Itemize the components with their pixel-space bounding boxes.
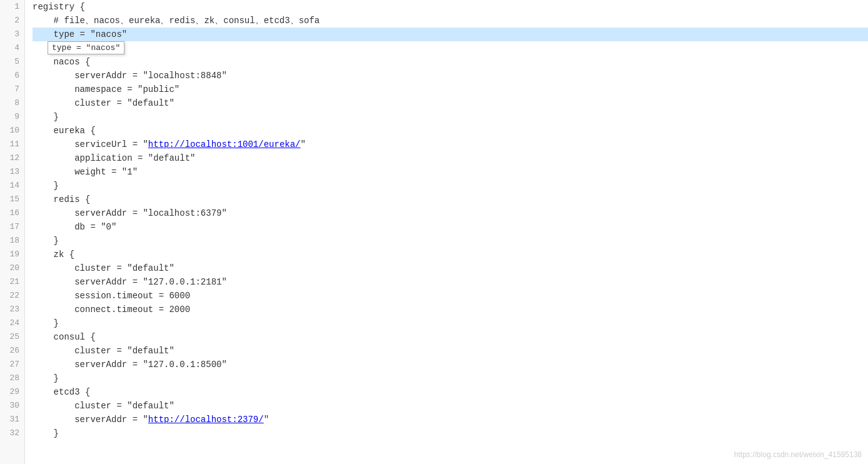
code-line-11[interactable]: serviceUrl = "http://localhost:1001/eure… [33,138,868,151]
line-numbers: 1234567891011121314151617181920212223242… [0,0,25,464]
code-text: cluster = "default" [33,263,174,273]
watermark: https://blog.csdn.net/weixin_41595138 [734,450,862,459]
link-http://localhost:2379/[interactable]: http://localhost:2379/ [148,415,264,425]
line-number-11: 11 [0,138,24,151]
code-line-7[interactable]: namespace = "public" [33,83,868,96]
code-text: # file、nacos、eureka、redis、zk、consul、etcd… [33,16,320,26]
code-line-13[interactable]: weight = "1" [33,165,868,179]
code-line-29[interactable]: etcd3 { [33,385,868,399]
line-number-16: 16 [0,206,24,220]
code-line-2[interactable]: # file、nacos、eureka、redis、zk、consul、etcd… [33,14,868,28]
line-number-9: 9 [0,110,24,124]
code-line-8[interactable]: cluster = "default" [33,96,868,110]
line-number-10: 10 [0,124,24,138]
code-text: cluster = "default" [33,401,174,411]
code-line-1[interactable]: registry { [33,0,868,14]
code-line-23[interactable]: connect.timeout = 2000 [33,303,868,316]
line-number-26: 26 [0,344,24,358]
code-text: " [300,139,305,149]
line-number-28: 28 [0,371,24,385]
code-line-18[interactable]: } [33,234,868,248]
code-line-5[interactable]: nacos { [33,55,868,69]
line-number-29: 29 [0,385,24,399]
line-number-13: 13 [0,165,24,179]
line-number-27: 27 [0,358,24,371]
link-http://localhost:1001/eureka/[interactable]: http://localhost:1001/eureka/ [148,139,301,149]
code-line-26[interactable]: cluster = "default" [33,344,868,358]
code-line-22[interactable]: session.timeout = 6000 [33,289,868,303]
autocomplete-text: type = "nacos" [52,43,120,53]
code-text: cluster = "default" [33,346,174,356]
code-text: etcd3 { [33,387,90,397]
code-line-30[interactable]: cluster = "default" [33,399,868,413]
code-text: nacos { [33,57,90,67]
code-text: } [33,112,59,122]
code-text: serverAddr = "localhost:6379" [33,208,227,218]
code-line-4[interactable] [33,41,868,55]
line-number-2: 2 [0,14,24,28]
code-line-15[interactable]: redis { [33,193,868,206]
code-text: serverAddr = "127.0.0.1:2181" [33,277,227,287]
code-line-9[interactable]: } [33,110,868,124]
code-line-20[interactable]: cluster = "default" [33,261,868,275]
line-number-6: 6 [0,69,24,83]
code-text: } [33,428,59,438]
code-line-31[interactable]: serverAddr = "http://localhost:2379/" [33,413,868,426]
code-text: " [264,415,269,425]
code-text: cluster = "default" [33,98,174,108]
line-number-19: 19 [0,248,24,261]
code-line-3[interactable]: type = "nacos" [33,28,868,41]
code-text: weight = "1" [33,167,138,177]
code-line-17[interactable]: db = "0" [33,220,868,234]
code-text: redis { [33,194,90,204]
line-number-4: 4 [0,41,24,55]
code-line-28[interactable]: } [33,371,868,385]
code-line-10[interactable]: eureka { [33,124,868,138]
line-number-30: 30 [0,399,24,413]
line-number-17: 17 [0,220,24,234]
line-number-31: 31 [0,413,24,426]
line-number-21: 21 [0,275,24,289]
code-text: } [33,318,59,328]
code-text: connect.timeout = 2000 [33,305,190,315]
code-line-14[interactable]: } [33,179,868,193]
code-text: db = "0" [33,222,116,232]
code-line-6[interactable]: serverAddr = "localhost:8848" [33,69,868,83]
code-text: namespace = "public" [33,84,179,94]
line-number-22: 22 [0,289,24,303]
line-number-24: 24 [0,316,24,330]
code-text: consul { [33,332,96,342]
line-number-25: 25 [0,330,24,344]
code-text: } [33,373,59,383]
code-line-12[interactable]: application = "default" [33,151,868,165]
code-text: serverAddr = " [33,415,148,425]
code-text: application = "default" [33,153,195,163]
line-number-15: 15 [0,193,24,206]
line-number-12: 12 [0,151,24,165]
line-number-3: 3 [0,28,24,41]
code-area[interactable]: registry { # file、nacos、eureka、redis、zk、… [25,0,868,464]
code-line-21[interactable]: serverAddr = "127.0.0.1:2181" [33,275,868,289]
autocomplete-box: type = "nacos" [48,41,124,54]
code-line-25[interactable]: consul { [33,330,868,344]
line-number-14: 14 [0,179,24,193]
line-number-7: 7 [0,83,24,96]
code-text: eureka { [33,126,96,136]
code-text: session.timeout = 6000 [33,291,190,301]
line-number-5: 5 [0,55,24,69]
code-text: serviceUrl = " [33,139,148,149]
line-number-1: 1 [0,0,24,14]
code-line-19[interactable]: zk { [33,248,868,261]
line-number-32: 32 [0,426,24,440]
line-number-20: 20 [0,261,24,275]
code-container: 1234567891011121314151617181920212223242… [0,0,868,464]
code-text: serverAddr = "localhost:8848" [33,71,227,81]
code-text: serverAddr = "127.0.0.1:8500" [33,360,227,370]
code-text: } [33,236,59,246]
code-line-27[interactable]: serverAddr = "127.0.0.1:8500" [33,358,868,371]
code-line-32[interactable]: } [33,426,868,440]
line-number-8: 8 [0,96,24,110]
code-line-16[interactable]: serverAddr = "localhost:6379" [33,206,868,220]
line-number-23: 23 [0,303,24,316]
code-line-24[interactable]: } [33,316,868,330]
